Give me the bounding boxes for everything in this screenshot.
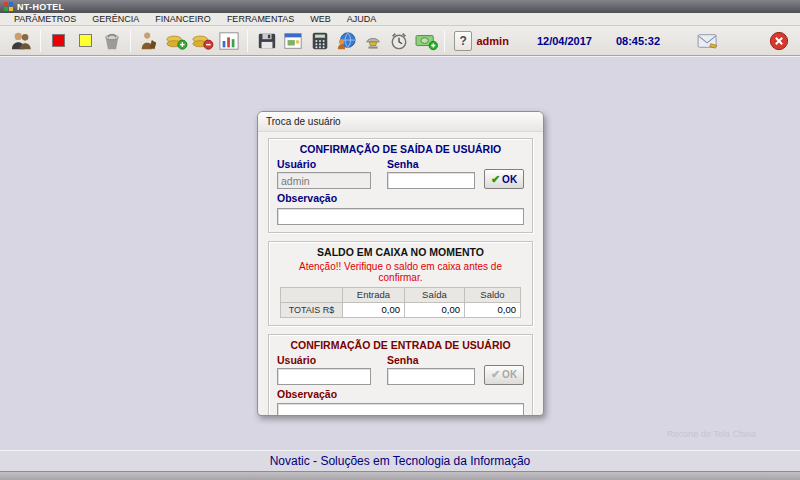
bar-chart-icon <box>218 31 240 51</box>
save-button[interactable] <box>253 28 280 54</box>
entry-obs-label: Observação <box>277 388 524 400</box>
toolbar: ? admin 12/04/2017 08:45:32 <box>0 26 800 56</box>
screen-capture-watermark: Recorte de Tela Cheia <box>667 429 756 439</box>
application-window: NT-HOTEL PARÂMETROS GERÊNCIA FINANCEIRO … <box>0 0 800 480</box>
help-icon: ? <box>454 31 472 51</box>
person-bag-icon <box>138 31 160 51</box>
bottom-strip <box>0 471 800 480</box>
logged-user-label: admin <box>477 35 509 47</box>
exit-obs-input[interactable] <box>277 208 524 225</box>
yellow-square-icon <box>79 34 92 47</box>
check-icon: ✔ <box>491 368 500 381</box>
check-icon: ✔ <box>491 173 500 186</box>
calculator-button[interactable] <box>306 28 333 54</box>
red-square-button[interactable] <box>46 28 73 54</box>
coins-in-icon <box>164 31 188 51</box>
exit-ok-button[interactable]: ✔ OK <box>484 169 524 189</box>
users-button[interactable] <box>8 28 35 54</box>
basket-button[interactable] <box>99 28 126 54</box>
entrada-value: 0,00 <box>343 302 405 317</box>
workspace: Recorte de Tela Cheia Troca de usuário C… <box>0 56 800 450</box>
menu-ferramentas[interactable]: FERRAMENTAS <box>219 14 302 24</box>
users-icon <box>10 31 32 51</box>
entry-password-label: Senha <box>387 354 475 366</box>
dialog-title-bar[interactable]: Troca de usuário <box>258 112 543 132</box>
reports-button[interactable] <box>216 28 243 54</box>
cash-balance-panel: SALDO EM CAIXA NO MOMENTO Atenção!! Veri… <box>268 241 533 326</box>
entry-user-label: Usuário <box>277 354 387 366</box>
status-text: Novatic - Soluções em Tecnologia da Info… <box>270 454 531 468</box>
exit-user-input[interactable] <box>277 172 371 189</box>
entry-obs-input[interactable] <box>277 403 524 416</box>
entry-ok-button: ✔ OK <box>484 365 524 385</box>
user-globe-icon <box>335 31 357 51</box>
close-icon <box>769 31 789 51</box>
red-square-icon <box>52 34 65 47</box>
window-title: NT-HOTEL <box>17 2 64 12</box>
cash-out-button[interactable] <box>189 28 216 54</box>
menu-gerencia[interactable]: GERÊNCIA <box>84 14 147 24</box>
toolbar-separator <box>130 30 131 52</box>
table-header-row: Entrada Saída Saldo <box>281 287 521 302</box>
coins-out-icon <box>190 31 214 51</box>
exit-password-label: Senha <box>387 158 475 170</box>
mail-icon <box>696 32 720 50</box>
col-saldo: Saldo <box>465 287 521 302</box>
lamp-icon <box>362 31 384 51</box>
entry-ok-label: OK <box>502 369 517 380</box>
calendar-icon <box>282 31 304 51</box>
menu-bar: PARÂMETROS GERÊNCIA FINANCEIRO FERRAMENT… <box>0 13 800 26</box>
save-icon <box>256 31 278 51</box>
balance-warning: Atenção!! Verifique o saldo em caixa ant… <box>277 261 524 283</box>
toolbar-separator <box>444 30 445 52</box>
exit-obs-label: Observação <box>277 192 524 204</box>
entry-password-input[interactable] <box>387 368 475 385</box>
alarm-clock-icon <box>388 31 410 51</box>
money-plus-icon <box>414 31 438 51</box>
menu-ajuda[interactable]: AJUDA <box>339 14 385 24</box>
dialog-title: Troca de usuário <box>266 116 341 127</box>
dialog-body: CONFIRMAÇÃO DE SAÍDA DE USUÁRIO Usuário … <box>258 132 543 416</box>
entry-confirmation-panel: CONFIRMAÇÃO DE ENTRADA DE USUÁRIO Usuári… <box>268 334 533 417</box>
toolbar-separator <box>247 30 248 52</box>
money-add-button[interactable] <box>412 28 439 54</box>
basket-icon <box>101 31 123 51</box>
app-logo-icon <box>4 2 13 11</box>
cash-in-button[interactable] <box>163 28 190 54</box>
lamp-button[interactable] <box>359 28 386 54</box>
title-bar: NT-HOTEL <box>0 0 800 13</box>
saldo-value: 0,00 <box>465 302 521 317</box>
exit-user-label: Usuário <box>277 158 387 170</box>
checkin-person-button[interactable] <box>136 28 163 54</box>
web-user-button[interactable] <box>333 28 360 54</box>
exit-panel-title: CONFIRMAÇÃO DE SAÍDA DE USUÁRIO <box>277 143 524 155</box>
yellow-square-button[interactable] <box>72 28 99 54</box>
time-label: 08:45:32 <box>616 35 660 47</box>
toolbar-separator <box>40 30 41 52</box>
balance-panel-title: SALDO EM CAIXA NO MOMENTO <box>277 246 524 258</box>
alarm-button[interactable] <box>386 28 413 54</box>
blank-header-cell <box>281 287 343 302</box>
help-button[interactable]: ? <box>450 28 477 54</box>
table-row: TOTAIS R$ 0,00 0,00 0,00 <box>281 302 521 317</box>
menu-web[interactable]: WEB <box>302 14 339 24</box>
status-bar: Novatic - Soluções em Tecnologia da Info… <box>0 450 800 471</box>
totals-row-label: TOTAIS R$ <box>281 302 343 317</box>
date-label: 12/04/2017 <box>537 35 592 47</box>
col-entrada: Entrada <box>343 287 405 302</box>
calculator-icon <box>310 31 330 51</box>
toolbar-status-area: admin 12/04/2017 08:45:32 <box>477 28 793 54</box>
calendar-button[interactable] <box>280 28 307 54</box>
exit-ok-label: OK <box>502 174 517 185</box>
col-saida: Saída <box>405 287 465 302</box>
user-switch-dialog: Troca de usuário CONFIRMAÇÃO DE SAÍDA DE… <box>257 111 544 416</box>
entry-panel-title: CONFIRMAÇÃO DE ENTRADA DE USUÁRIO <box>277 339 524 351</box>
exit-password-input[interactable] <box>387 172 475 189</box>
close-app-button[interactable] <box>765 28 792 54</box>
entry-user-input[interactable] <box>277 368 371 385</box>
menu-financeiro[interactable]: FINANCEIRO <box>147 14 219 24</box>
balance-table: Entrada Saída Saldo TOTAIS R$ 0,00 0,00 … <box>280 287 521 318</box>
exit-confirmation-panel: CONFIRMAÇÃO DE SAÍDA DE USUÁRIO Usuário … <box>268 138 533 233</box>
mail-button[interactable] <box>694 28 721 54</box>
menu-parametros[interactable]: PARÂMETROS <box>6 14 84 24</box>
